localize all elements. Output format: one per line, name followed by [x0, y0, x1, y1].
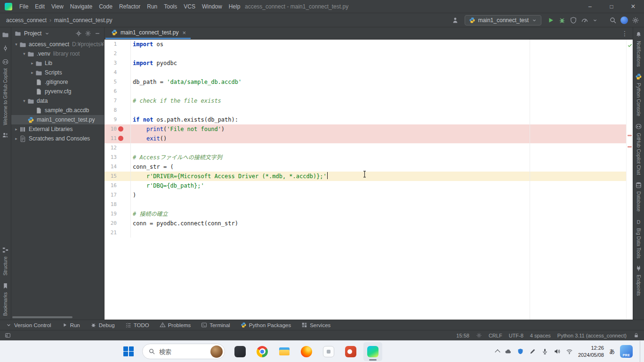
editor-line[interactable]: 9if not os.path.exists(db_path):: [105, 115, 633, 124]
breakpoint-gutter[interactable]: [117, 228, 125, 238]
breakpoint-icon[interactable]: [117, 124, 125, 134]
toolbar-item-run[interactable]: Run: [62, 322, 80, 328]
tab-close-icon[interactable]: [182, 29, 186, 36]
toolbar-item-services[interactable]: Services: [301, 322, 330, 328]
editor-line[interactable]: 8: [105, 106, 633, 115]
breakpoint-gutter[interactable]: [117, 96, 125, 106]
breakpoint-gutter[interactable]: [117, 181, 125, 190]
toolwindow-button-bookmarks[interactable]: Bookmarks: [2, 282, 9, 316]
editor-line[interactable]: 14conn_str = (: [105, 162, 633, 172]
run-configuration-select[interactable]: main1_connect_test: [465, 15, 541, 25]
taskbar-app-firefox[interactable]: [297, 342, 316, 361]
pen-icon[interactable]: [529, 348, 536, 355]
tree-item-external-libraries[interactable]: External Libraries: [11, 124, 104, 134]
toolwindow-button-big-data-tools[interactable]: DBig Data Tools: [635, 218, 642, 258]
editor-line[interactable]: 11 exit(): [105, 134, 633, 143]
toolbar-item-problems[interactable]: Problems: [160, 322, 191, 328]
menu-help[interactable]: Help: [225, 2, 244, 11]
tree-item-venv[interactable]: .venvlibrary root: [11, 49, 104, 58]
network-icon[interactable]: [566, 348, 573, 355]
project-panel-title[interactable]: Project: [24, 30, 41, 37]
breakpoint-gutter[interactable]: [117, 153, 125, 162]
more-run-options-icon[interactable]: [592, 17, 598, 23]
toolwindow-button-notifications[interactable]: Notifications: [635, 31, 642, 66]
sun-icon[interactable]: [476, 332, 482, 338]
breakpoint-gutter[interactable]: [117, 58, 125, 68]
code-editor[interactable]: 1import os23import pyodbc45db_path = 'da…: [105, 40, 633, 320]
menu-view[interactable]: View: [48, 2, 67, 11]
editor-line[interactable]: 5db_path = 'data/sample_db.accdb': [105, 77, 633, 87]
toolwindow-button-folder[interactable]: [2, 31, 9, 38]
breadcrumb-item[interactable]: main1_connect_test.py: [53, 16, 113, 25]
breakpoint-gutter[interactable]: [117, 49, 125, 58]
toolbar-item-debug[interactable]: Debug: [90, 322, 115, 328]
tree-item-gitignore[interactable]: .gitignore: [11, 77, 104, 87]
tree-item-data[interactable]: data: [11, 96, 104, 106]
editor-line[interactable]: 13# Accessファイルへの接続文字列: [105, 153, 633, 162]
tree-right-arrow-icon[interactable]: [13, 136, 19, 141]
editor-line[interactable]: 12: [105, 143, 633, 153]
tab-options-icon[interactable]: [617, 30, 633, 37]
locate-file-icon[interactable]: [75, 30, 82, 37]
toolwindow-button-python-console[interactable]: Python Console: [635, 73, 642, 116]
show-desktop-button[interactable]: [640, 341, 642, 362]
tree-item-lib[interactable]: Lib: [11, 58, 104, 68]
taskbar-app-chrome[interactable]: [253, 342, 272, 361]
tree-right-arrow-icon[interactable]: [29, 61, 35, 66]
toolbar-item-version-control[interactable]: Version Control: [6, 322, 51, 328]
breadcrumb-item[interactable]: access_connect: [5, 16, 48, 25]
editor-line[interactable]: 6: [105, 87, 633, 96]
menu-file[interactable]: File: [16, 2, 32, 11]
editor-line[interactable]: 3import pyodbc: [105, 58, 633, 68]
toolbar-item-todo[interactable]: TODO: [125, 322, 149, 328]
mic-icon[interactable]: [541, 348, 548, 355]
project-hscrollbar[interactable]: [12, 316, 72, 318]
taskbar-search[interactable]: 検索: [142, 344, 225, 359]
hide-panel-icon[interactable]: [94, 30, 101, 37]
breakpoint-gutter[interactable]: [117, 115, 125, 124]
inspections-ok-icon[interactable]: [627, 42, 633, 48]
breakpoint-gutter[interactable]: [117, 219, 125, 228]
error-stripe[interactable]: [626, 40, 633, 320]
copilot-preview-icon[interactable]: PRE: [620, 345, 633, 358]
editor-line[interactable]: 17): [105, 190, 633, 200]
ime-indicator[interactable]: あ: [609, 347, 615, 355]
tree-right-arrow-icon[interactable]: [13, 127, 19, 132]
minimize-button[interactable]: [579, 0, 601, 13]
editor-line[interactable]: 10 print('File not found'): [105, 124, 633, 134]
error-stripe-mark[interactable]: [628, 135, 632, 136]
toolwindow-button-welcome-to-github-copilot[interactable]: Welcome to GitHub Copilot: [2, 58, 9, 125]
taskbar-app-red[interactable]: [341, 342, 360, 361]
breakpoint-gutter[interactable]: [117, 143, 125, 153]
menu-run[interactable]: Run: [144, 2, 161, 11]
editor-line[interactable]: 15 r'DRIVER={Microsoft Access Driver (*.…: [105, 172, 633, 181]
tree-down-arrow-icon[interactable]: [21, 51, 27, 56]
taskbar-app-dark[interactable]: [231, 342, 250, 361]
line-separator[interactable]: CRLF: [489, 333, 502, 338]
taskbar-app-explorer[interactable]: [275, 342, 294, 361]
toolwindow-button-commit[interactable]: [2, 45, 9, 52]
project-options-icon[interactable]: [85, 30, 91, 37]
python-interpreter[interactable]: Python 3.11 (access_connect): [557, 333, 627, 338]
toolwindow-button-people[interactable]: [2, 132, 9, 139]
menu-edit[interactable]: Edit: [32, 2, 48, 11]
lock-icon[interactable]: [633, 332, 639, 338]
maximize-button[interactable]: [601, 0, 622, 13]
breakpoint-gutter[interactable]: [117, 68, 125, 77]
tree-down-arrow-icon[interactable]: [13, 42, 19, 47]
tree-item-main1-connect-test-py[interactable]: main1_connect_test.py: [11, 115, 104, 124]
menu-vcs[interactable]: VCS: [180, 2, 199, 11]
breakpoint-gutter[interactable]: [117, 172, 125, 181]
editor-line[interactable]: 21: [105, 228, 633, 238]
breakpoint-gutter[interactable]: [117, 40, 125, 49]
tray-overflow-icon[interactable]: [495, 349, 500, 354]
tree-item-access-connect[interactable]: access_connectD:¥projects¥access_connect: [11, 40, 104, 49]
menu-refactor[interactable]: Refactor: [116, 2, 144, 11]
search-highlight-image[interactable]: [210, 346, 223, 358]
toolwindow-button-structure[interactable]: Structure: [2, 247, 9, 276]
indent-style[interactable]: 4 spaces: [530, 333, 551, 338]
taskbar-app-gray[interactable]: [319, 342, 338, 361]
start-button[interactable]: [121, 344, 137, 360]
toolwindow-button-database[interactable]: Database: [635, 181, 642, 212]
toolwindow-layout-icon[interactable]: [5, 332, 11, 338]
